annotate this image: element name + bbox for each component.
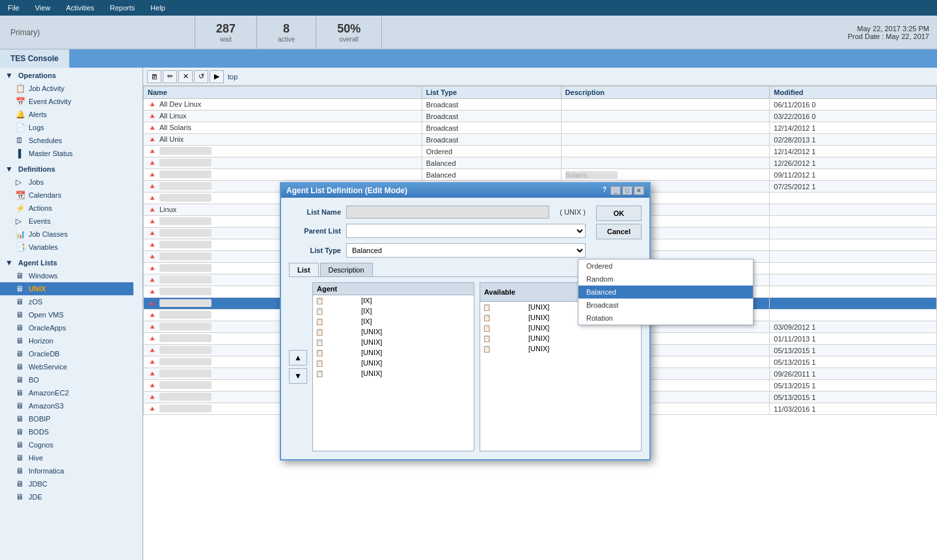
toolbar-path: top (228, 73, 238, 81)
table-cell-modified: 05/13/2015 1 (770, 345, 937, 356)
dialog-body: List Name ( UNIX ) Parent List List Type… (281, 198, 649, 459)
parent-list-select[interactable] (346, 224, 586, 238)
sidebar-item-webservice[interactable]: 🖥 WebService (0, 360, 133, 373)
jdbc-icon: 🖥 (16, 479, 26, 488)
agent-list[interactable]: 📋[IX] 📋[IX] 📋[IX] 📋[UNIX] 📋[UNIX] 📋[UNIX… (313, 295, 474, 451)
sidebar-item-job-classes[interactable]: 📊 Job Classes (0, 228, 133, 241)
agent-icon: 📋 (316, 360, 323, 367)
sidebar-item-jde[interactable]: 🖥 JDE (0, 490, 133, 503)
dropdown-item-rotation[interactable]: Rotation (578, 312, 753, 325)
col-name[interactable]: Name (144, 87, 422, 99)
toolbar-refresh-btn[interactable]: ↺ (194, 70, 208, 83)
windows-icon: 🖥 (16, 271, 26, 280)
agent-item[interactable]: 📋[UNIX] (313, 347, 474, 358)
move-up-button[interactable]: ▲ (289, 350, 307, 366)
toolbar-delete-btn[interactable]: ✕ (178, 70, 193, 83)
horizon-icon: 🖥 (16, 336, 26, 345)
table-cell-name: 🔺All Solaris (144, 122, 422, 134)
agent-item[interactable]: 📋[IX] (313, 306, 474, 316)
dropdown-item-random[interactable]: Random (578, 273, 753, 286)
menu-activities[interactable]: Activities (63, 3, 96, 13)
dropdown-item-balanced[interactable]: Balanced (578, 286, 753, 299)
agent-item[interactable]: 📋[IX] (313, 295, 474, 306)
move-down-button[interactable]: ▼ (289, 368, 307, 384)
table-cell-modified (770, 228, 937, 239)
sidebar-item-oracleapps[interactable]: 🖥 OracleApps (0, 321, 133, 334)
schedules-icon: 🗓 (16, 136, 26, 145)
sidebar-item-agent-lists[interactable]: ▼ Agent Lists (0, 256, 133, 269)
sidebar-item-schedules[interactable]: 🗓 Schedules (0, 134, 133, 147)
toolbar-new-btn[interactable]: 🖹 (147, 70, 161, 83)
list-name-input[interactable] (346, 206, 549, 219)
sidebar-item-amazonec2[interactable]: 🖥 AmazonEC2 (0, 386, 133, 399)
sidebar-item-zos[interactable]: 🖥 zOS (0, 295, 133, 308)
list-type-select[interactable]: Balanced (346, 243, 586, 258)
sidebar-item-amazons3[interactable]: 🖥 AmazonS3 (0, 399, 133, 412)
sidebar-item-logs[interactable]: 📄 Logs (0, 121, 133, 134)
table-cell-modified (770, 286, 937, 298)
col-modified[interactable]: Modified (770, 87, 937, 99)
sidebar-item-variables[interactable]: 📑 Variables (0, 241, 133, 254)
cognos-icon: 🖥 (16, 440, 26, 449)
sidebar-item-windows[interactable]: 🖥 Windows (0, 269, 133, 282)
cancel-button[interactable]: Cancel (596, 224, 642, 239)
agent-item[interactable]: 📋[UNIX] (313, 337, 474, 347)
agent-item[interactable]: 📋[UNIX] (313, 327, 474, 337)
agent-item[interactable]: 📋[IX] (313, 316, 474, 327)
table-cell-description (561, 157, 770, 169)
tab-tes-console[interactable]: TES Console (0, 49, 70, 68)
sidebar-item-horizon[interactable]: 🖥 Horizon (0, 334, 133, 347)
sidebar-item-calendars[interactable]: 📆 Calendars (0, 189, 133, 202)
sidebar-item-openvms[interactable]: 🖥 Open VMS (0, 308, 133, 321)
dialog-maximize-btn[interactable]: □ (622, 186, 632, 195)
menu-help[interactable]: Help (148, 3, 168, 13)
sidebar-item-unix[interactable]: 🖥 UNIX (0, 282, 133, 295)
move-buttons: ▲ ▼ (289, 282, 307, 451)
sidebar-item-events[interactable]: ▷ Events (0, 215, 133, 228)
sidebar-item-jobs[interactable]: ▷ Jobs (0, 176, 133, 189)
sidebar-item-bo[interactable]: 🖥 BO (0, 373, 133, 386)
sidebar-item-oracledb[interactable]: 🖥 OracleDB (0, 347, 133, 360)
sidebar-item-alerts[interactable]: 🔔 Alerts (0, 108, 133, 121)
sidebar-item-cognos[interactable]: 🖥 Cognos (0, 438, 133, 451)
table-cell-description (561, 146, 770, 157)
menu-file[interactable]: File (5, 3, 22, 13)
menu-reports[interactable]: Reports (107, 3, 138, 13)
dialog-title: Agent List Definition (Edit Mode) (286, 186, 407, 195)
sidebar-item-operations[interactable]: ▼ Operations (0, 69, 133, 82)
available-agent-item[interactable]: 📋[UNIX] (480, 333, 641, 343)
dropdown-item-ordered[interactable]: Ordered (578, 260, 753, 273)
table-cell-modified (770, 310, 937, 321)
dialog-minimize-btn[interactable]: _ (610, 186, 621, 195)
tab-description[interactable]: Description (320, 263, 373, 276)
sidebar-item-master-status[interactable]: ▐ Master Status (0, 147, 133, 160)
header-primary: Primary) (0, 16, 195, 49)
dialog-close-btn[interactable]: ✕ (634, 186, 644, 195)
agent-item[interactable]: 📋[UNIX] (313, 368, 474, 379)
menu-view[interactable]: View (33, 3, 53, 13)
sidebar-item-bods[interactable]: 🖥 BODS (0, 425, 133, 438)
toolbar-edit-btn[interactable]: ✏ (163, 70, 177, 83)
ok-button[interactable]: OK (596, 206, 642, 221)
sidebar-item-definitions[interactable]: ▼ Definitions (0, 163, 133, 176)
tab-list[interactable]: List (289, 263, 319, 276)
col-list-type[interactable]: List Type (422, 87, 561, 99)
sidebar-item-bobip[interactable]: 🖥 BOBIP (0, 412, 133, 425)
available-agent-item[interactable]: 📋[UNIX] (480, 343, 641, 354)
sidebar-item-job-activity[interactable]: 📋 Job Activity (0, 82, 133, 95)
dropdown-item-broadcast[interactable]: Broadcast (578, 299, 753, 312)
list-type-dropdown[interactable]: Ordered Random Balanced Broadcast Rotati… (578, 259, 754, 325)
sidebar-item-jdbc[interactable]: 🖥 JDBC (0, 477, 133, 490)
sidebar-item-informatica[interactable]: 🖥 Informatica (0, 464, 133, 477)
col-description[interactable]: Description (561, 87, 770, 99)
sidebar: ▼ Operations 📋 Job Activity 📅 Event Acti… (0, 68, 143, 560)
sidebar-item-actions[interactable]: ⚡ Actions (0, 202, 133, 215)
dialog-titlebar: Agent List Definition (Edit Mode) ? _ □ … (281, 183, 649, 198)
sidebar-item-event-activity[interactable]: 📅 Event Activity (0, 95, 133, 108)
toolbar-nav-btn[interactable]: ▶ (210, 70, 224, 83)
list-name-label: List Name (289, 208, 341, 216)
table-cell-modified: 01/11/2013 1 (770, 333, 937, 345)
sidebar-item-hive[interactable]: 🖥 Hive (0, 451, 133, 464)
agent-item[interactable]: 📋[UNIX] (313, 358, 474, 368)
dialog-help-btn[interactable]: ? (603, 186, 606, 195)
